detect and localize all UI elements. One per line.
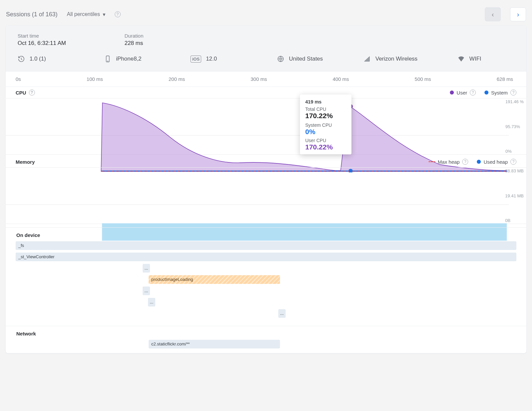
prev-session-button: ‹ bbox=[485, 7, 501, 21]
axis-tick: 0s bbox=[16, 76, 21, 82]
cpu-chart[interactable]: 191.46 % 95.73% 0% 419 ms Total CPU bbox=[6, 98, 526, 155]
percentiles-help-icon[interactable]: ? bbox=[115, 11, 121, 17]
tooltip-system-label: System CPU bbox=[305, 122, 346, 128]
ios-icon: iOS bbox=[191, 56, 201, 63]
toolbar: Sessions (1 of 163) All percentiles ▾ ? … bbox=[5, 5, 527, 25]
cpu-title: CPU bbox=[16, 90, 26, 96]
trace-ellipsis[interactable]: ... bbox=[278, 309, 286, 318]
trace-ellipsis[interactable]: ... bbox=[143, 287, 150, 295]
percentiles-dropdown[interactable]: All percentiles ▾ bbox=[67, 11, 105, 18]
cpu-tooltip: 419 ms Total CPU 170.22% System CPU 0% U… bbox=[300, 95, 351, 154]
memory-title: Memory bbox=[16, 159, 35, 165]
usedheap-color-icon bbox=[477, 160, 481, 164]
wifi-icon bbox=[458, 55, 465, 63]
tooltip-total-label: Total CPU bbox=[305, 106, 346, 112]
session-summary: Start time Oct 16, 6:32:11 AM Duration 2… bbox=[6, 26, 526, 72]
user-color-icon bbox=[450, 91, 454, 95]
meta-version: 1.0 (1) bbox=[18, 55, 64, 63]
start-time-value: Oct 16, 6:32:11 AM bbox=[18, 40, 66, 47]
cpu-header: CPU ? User ? System ? bbox=[6, 87, 526, 96]
axis-tick: 400 ms bbox=[332, 76, 349, 82]
trace-ellipsis[interactable]: ... bbox=[143, 264, 150, 273]
tooltip-total-value: 170.22% bbox=[305, 112, 346, 120]
signal-icon bbox=[363, 55, 371, 63]
trace-fs[interactable]: _fs bbox=[16, 241, 516, 250]
ondevice-title: On device bbox=[16, 232, 516, 238]
meta-os: iOS 12.0 bbox=[191, 55, 237, 63]
network-section: Network c2.staticflickr.com/** bbox=[6, 326, 526, 353]
legend-usedheap-help-icon[interactable]: ? bbox=[510, 159, 516, 165]
caret-down-icon: ▾ bbox=[103, 11, 105, 18]
session-card: Start time Oct 16, 6:32:11 AM Duration 2… bbox=[5, 25, 527, 353]
tooltip-user-label: User CPU bbox=[305, 138, 346, 143]
axis-tick: 200 ms bbox=[169, 76, 185, 82]
phone-icon bbox=[104, 55, 111, 63]
network-request-row[interactable]: c2.staticflickr.com/** bbox=[149, 340, 280, 348]
trace-st-viewcontroller[interactable]: _st_ViewController bbox=[16, 253, 516, 261]
tooltip-time: 419 ms bbox=[305, 99, 346, 104]
legend-maxheap: Max heap bbox=[438, 159, 460, 165]
meta-device: iPhone8,2 bbox=[104, 55, 151, 63]
globe-icon bbox=[277, 55, 284, 63]
chevron-left-icon: ‹ bbox=[492, 11, 494, 18]
start-time-label: Start time bbox=[18, 33, 66, 39]
svg-point-1 bbox=[107, 61, 108, 62]
tooltip-user-value: 170.22% bbox=[305, 143, 346, 151]
legend-usedheap: Used heap bbox=[483, 159, 508, 165]
legend-maxheap-help-icon[interactable]: ? bbox=[462, 159, 468, 165]
timeline-axis: 0s 100 ms 200 ms 300 ms 400 ms 500 ms 62… bbox=[6, 72, 526, 87]
axis-tick: 500 ms bbox=[415, 76, 431, 82]
duration-label: Duration bbox=[125, 33, 144, 39]
meta-carrier: Verizon Wireless bbox=[363, 55, 418, 63]
tooltip-system-value: 0% bbox=[305, 128, 346, 136]
trace-ellipsis[interactable]: ... bbox=[148, 298, 155, 307]
cpu-help-icon[interactable]: ? bbox=[29, 90, 35, 96]
legend-user-help-icon[interactable]: ? bbox=[470, 90, 476, 96]
legend-system: System bbox=[491, 90, 508, 96]
system-color-icon bbox=[484, 91, 488, 95]
chevron-right-icon: › bbox=[517, 11, 519, 18]
next-session-button[interactable]: › bbox=[510, 7, 526, 21]
percentiles-label: All percentiles bbox=[67, 11, 100, 17]
meta-network: WIFI bbox=[458, 55, 504, 63]
ondevice-section: On device _fs _st_ViewController ... pro… bbox=[6, 228, 526, 322]
history-icon bbox=[18, 55, 25, 63]
maxheap-line-icon bbox=[429, 161, 435, 162]
legend-user: User bbox=[457, 90, 467, 96]
meta-country: United States bbox=[277, 55, 324, 63]
duration-value: 228 ms bbox=[125, 40, 144, 47]
sessions-counter: Sessions (1 of 163) bbox=[6, 11, 58, 18]
axis-tick: 100 ms bbox=[86, 76, 103, 82]
network-title: Network bbox=[16, 331, 516, 336]
trace-product-image-loading[interactable]: productImageLoading bbox=[149, 275, 280, 284]
axis-tick: 628 ms bbox=[497, 76, 513, 82]
legend-system-help-icon[interactable]: ? bbox=[510, 90, 516, 96]
memory-chart[interactable]: 38.83 MB 19.41 MB 0B bbox=[6, 167, 526, 224]
memory-header: Memory Max heap ? Used heap ? bbox=[6, 156, 526, 165]
axis-tick: 300 ms bbox=[251, 76, 267, 82]
